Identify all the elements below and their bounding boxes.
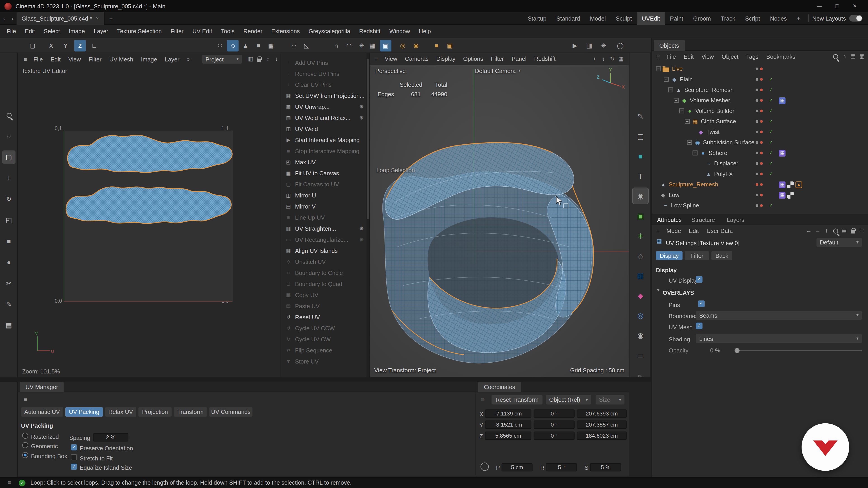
menu-item-store-uv[interactable]: ▼Store UV bbox=[281, 356, 369, 367]
menu-uv-edit[interactable]: UV Edit bbox=[188, 29, 217, 34]
options-gear-icon[interactable]: ✳ bbox=[360, 226, 364, 231]
object-label[interactable]: Twist bbox=[706, 129, 720, 135]
menu-item-copy-uv[interactable]: ▣Copy UV bbox=[281, 289, 369, 300]
object-label[interactable]: Volume Builder bbox=[695, 108, 735, 114]
display-tab-button[interactable]: Display bbox=[656, 251, 683, 260]
object-label[interactable]: Low bbox=[669, 192, 679, 198]
tree-row-volume-mesher[interactable]: −◆Volume Mesher✓▦ bbox=[651, 95, 868, 106]
menu-item-mirror-v[interactable]: ▤Mirror V bbox=[281, 201, 369, 212]
layout-script[interactable]: Script bbox=[740, 12, 765, 25]
menu-help[interactable]: Help bbox=[414, 29, 435, 34]
uv-display-checkbox[interactable]: ✓ bbox=[696, 276, 702, 283]
grid-snap-icon[interactable]: ▦ bbox=[366, 40, 378, 51]
tree-row-polyfx[interactable]: ▲PolyFX✓ bbox=[651, 169, 868, 180]
equalize-island-size-checkbox[interactable]: ✓ bbox=[71, 464, 77, 470]
close-button[interactable]: ✕ bbox=[846, 0, 864, 12]
live-selection-icon[interactable]: ◌ bbox=[2, 129, 16, 143]
s-quantize-field[interactable]: 5 % bbox=[590, 463, 621, 471]
preserve-orientation-label[interactable]: Preserve Orientation bbox=[80, 445, 133, 451]
visibility-dots[interactable] bbox=[756, 173, 763, 175]
menu-extensions[interactable]: Extensions bbox=[267, 29, 304, 34]
arc-snap-icon[interactable]: ◠ bbox=[343, 40, 355, 51]
menu-item-remove-uv-pins[interactable]: ◦Remove UV Pins bbox=[281, 68, 369, 79]
collapse-section-icon[interactable]: ▾ bbox=[654, 288, 662, 293]
menu-image[interactable]: Image bbox=[64, 29, 90, 34]
tab-structure[interactable]: Structure bbox=[691, 217, 715, 223]
vp-menu-view[interactable]: View bbox=[381, 56, 401, 62]
polygons-mode-icon[interactable]: ▲ bbox=[240, 40, 251, 51]
geometric-radio[interactable] bbox=[22, 442, 28, 448]
uv-menu-uvmesh[interactable]: UV Mesh bbox=[105, 56, 137, 62]
opacity-slider-track[interactable] bbox=[737, 350, 862, 351]
visibility-dots[interactable] bbox=[756, 89, 763, 91]
vp-menu-cameras[interactable]: Cameras bbox=[401, 56, 432, 62]
uv-island-bottom[interactable] bbox=[66, 187, 231, 224]
volume-icon[interactable]: ■ bbox=[633, 148, 648, 164]
uv-tag-icon[interactable]: ▦ bbox=[779, 192, 785, 198]
tab-transform[interactable]: Transform bbox=[174, 407, 207, 417]
object-label[interactable]: Subdivision Surface bbox=[703, 140, 754, 145]
preserve-orientation-checkbox[interactable]: ✓ bbox=[71, 445, 77, 451]
collapse-icon[interactable]: − bbox=[687, 140, 692, 145]
dock-icon[interactable]: ↓ bbox=[272, 57, 281, 62]
menu-item-fit-canvas-to-uv[interactable]: ▢Fit Canvas to UV bbox=[281, 179, 369, 190]
menu-item-boundary-to-quad[interactable]: □Boundary to Quad bbox=[281, 278, 369, 289]
texture-mode-icon[interactable]: ▦ bbox=[265, 40, 277, 51]
object-label[interactable]: Cloth Surface bbox=[701, 119, 736, 125]
spline-pen-icon[interactable]: ✎ bbox=[633, 108, 648, 124]
r-quantize-field[interactable]: 5 ° bbox=[546, 463, 577, 471]
rectangle-selection-icon[interactable]: ▢ bbox=[2, 151, 16, 164]
menu-item-cycle-uv-cw[interactable]: ↻Cycle UV CW bbox=[281, 334, 369, 345]
stretch-to-fit-checkbox[interactable] bbox=[71, 454, 77, 460]
tree-row-volume-builder[interactable]: −●Volume Builder✓ bbox=[651, 106, 868, 116]
lock-y-axis-button[interactable]: Y bbox=[60, 40, 71, 51]
lock-z-axis-button[interactable]: Z bbox=[74, 40, 86, 51]
history-back-icon[interactable]: ← bbox=[804, 228, 813, 233]
rasterized-radio[interactable] bbox=[22, 433, 28, 439]
uv-mesh-checkbox[interactable]: ✓ bbox=[696, 323, 702, 329]
object-label[interactable]: PolyFX bbox=[714, 171, 733, 177]
filter-icon[interactable]: ▦ bbox=[857, 54, 866, 59]
panel-menu-icon[interactable]: ≡ bbox=[372, 56, 381, 62]
visibility-dots[interactable] bbox=[756, 162, 763, 165]
motext-icon[interactable]: T bbox=[633, 168, 648, 184]
p-quantize-field[interactable]: 5 cm bbox=[502, 463, 532, 471]
primitive-tool-icon[interactable]: ● bbox=[2, 256, 16, 269]
dynamics-icon[interactable]: ◎ bbox=[633, 308, 648, 323]
deformers-icon[interactable]: ✳ bbox=[633, 228, 648, 243]
menu-item-max-uv[interactable]: ◰Max UV bbox=[281, 157, 369, 168]
menu-layer[interactable]: Layer bbox=[89, 29, 113, 34]
scrollbar[interactable] bbox=[366, 53, 369, 377]
visibility-dots[interactable] bbox=[756, 131, 763, 133]
tab-back-icon[interactable]: ‹ bbox=[0, 15, 8, 21]
layout-startup[interactable]: Startup bbox=[523, 12, 551, 25]
maximize-button[interactable]: ▢ bbox=[828, 0, 846, 12]
menu-item-line-up-uv[interactable]: ≡Line Up UV bbox=[281, 212, 369, 223]
enabled-check-icon[interactable]: ✓ bbox=[769, 140, 773, 145]
tree-row-displacer[interactable]: ≈Displacer✓ bbox=[651, 158, 868, 169]
workplane-icon[interactable]: ▱ bbox=[288, 40, 299, 51]
object-label[interactable]: Live bbox=[672, 66, 683, 72]
lock-x-axis-button[interactable]: X bbox=[45, 40, 57, 51]
attr-menu-mode[interactable]: Mode bbox=[662, 228, 685, 234]
path-icon[interactable]: ▤ bbox=[848, 54, 857, 59]
active-object-icon[interactable]: ▲ bbox=[796, 181, 802, 188]
tab-relax-uv[interactable]: Relax UV bbox=[105, 407, 136, 417]
enabled-check-icon[interactable]: ✓ bbox=[769, 151, 773, 156]
histogram-icon[interactable]: ▥ bbox=[246, 57, 255, 62]
uv-menu-view[interactable]: View bbox=[64, 56, 85, 62]
tab-forward-icon[interactable]: › bbox=[8, 15, 17, 21]
visibility-dots[interactable] bbox=[756, 204, 763, 207]
menu-item-reset-uv[interactable]: ↺Reset UV bbox=[281, 312, 369, 323]
scroll-icon[interactable]: ↕ bbox=[264, 57, 272, 62]
search-icon[interactable] bbox=[831, 54, 840, 59]
y-rotation-field[interactable]: 0 ° bbox=[534, 420, 575, 429]
tab-objects[interactable]: Objects bbox=[654, 40, 684, 51]
tree-row-plain[interactable]: +◆Plain✓ bbox=[651, 74, 868, 85]
move-tool-icon[interactable]: + bbox=[2, 171, 16, 185]
menu-tools[interactable]: Tools bbox=[217, 29, 239, 34]
uv-canvas[interactable] bbox=[64, 131, 232, 302]
panel-menu-icon[interactable]: ≡ bbox=[654, 228, 662, 234]
generators-icon[interactable]: ▣ bbox=[633, 208, 648, 224]
panel-menu-icon[interactable]: ≡ bbox=[478, 397, 487, 402]
